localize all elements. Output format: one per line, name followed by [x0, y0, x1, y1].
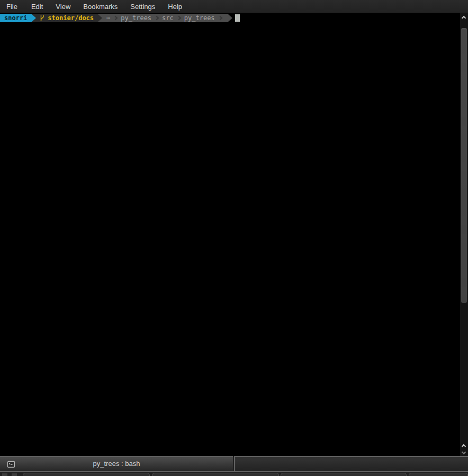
chevron-separator-icon — [218, 16, 222, 20]
taskbar-button[interactable] — [152, 473, 279, 476]
taskbar-button[interactable] — [281, 473, 407, 476]
terminal-screen[interactable]: snorri stonier/docs ⋯ py_trees src py_tr… — [0, 13, 468, 456]
scroll-up-icon[interactable] — [462, 16, 466, 20]
powerline-arrow-icon — [228, 14, 232, 22]
chevron-separator-icon — [113, 16, 118, 20]
tab-py-trees-bash[interactable]: py_trees : bash — [0, 456, 233, 471]
tab-bar-empty-area[interactable] — [234, 456, 468, 471]
shell-prompt-line: snorri stonier/docs ⋯ py_trees src py_tr… — [0, 14, 240, 22]
powerline-arrow-icon — [97, 14, 102, 22]
powerline-arrow-icon — [31, 14, 36, 22]
taskbar-button[interactable] — [23, 473, 150, 476]
breadcrumb-item: py_trees — [184, 14, 215, 22]
prompt-path-segment: stonier/docs — [36, 14, 97, 22]
prompt-hostname: snorri — [0, 14, 31, 22]
breadcrumb-item: src — [162, 14, 174, 22]
menu-help[interactable]: Help — [161, 0, 188, 13]
terminal-cursor — [235, 14, 240, 22]
menu-bookmarks[interactable]: Bookmarks — [77, 0, 124, 13]
vcs-branch-icon — [40, 15, 44, 22]
breadcrumb-item: py_trees — [121, 14, 151, 22]
konsole-window: File Edit View Bookmarks Settings Help s… — [0, 0, 468, 476]
menu-view[interactable]: View — [49, 0, 77, 13]
tab-bar: py_trees : bash — [0, 456, 468, 472]
menu-file[interactable]: File — [5, 0, 25, 13]
chevron-separator-icon — [155, 16, 159, 20]
prompt-path-label: stonier/docs — [48, 14, 94, 22]
menu-bar: File Edit View Bookmarks Settings Help — [0, 0, 468, 13]
scrollbar-thumb[interactable] — [461, 28, 467, 303]
prompt-breadcrumbs: ⋯ py_trees src py_trees — [102, 14, 228, 22]
taskbar-button[interactable] — [409, 473, 468, 476]
terminal-scrollbar[interactable] — [460, 13, 468, 456]
scroll-up-icon[interactable] — [462, 444, 466, 448]
menu-settings[interactable]: Settings — [124, 0, 161, 13]
taskbar-icon — [2, 473, 7, 476]
scroll-down-icon[interactable] — [462, 450, 466, 454]
menu-edit[interactable]: Edit — [25, 0, 49, 13]
breadcrumb-ellipsis: ⋯ — [106, 14, 110, 22]
chevron-separator-icon — [177, 16, 181, 20]
taskbar-icon — [12, 473, 17, 476]
tab-label: py_trees : bash — [0, 460, 233, 468]
bottom-taskbar-strip — [0, 472, 468, 476]
